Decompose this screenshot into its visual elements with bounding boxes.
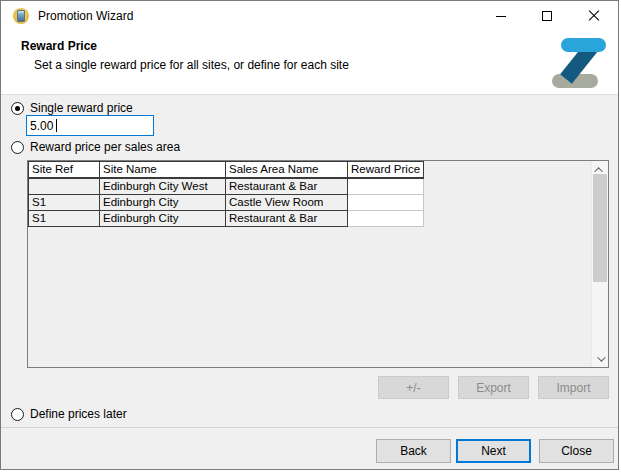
add-remove-row-button[interactable]: +/- [378, 376, 449, 399]
close-button[interactable]: Close [539, 439, 614, 463]
brand-z-logo [551, 37, 607, 89]
title-bar: Promotion Wizard [1, 1, 618, 31]
col-header-site-name: Site Name [100, 162, 226, 179]
radio-per-area-label: Reward price per sales area [30, 140, 180, 154]
col-header-site-ref: Site Ref [29, 162, 100, 179]
page-subtitle: Set a single reward price for all sites,… [34, 58, 349, 72]
single-price-field-wrap [26, 115, 154, 136]
sales-area-grid-panel: Site Ref Site Name Sales Area Name Rewar… [27, 160, 609, 368]
cell-site-name[interactable]: Edinburgh City [100, 195, 226, 211]
minimize-icon [496, 16, 506, 17]
radio-price-per-sales-area[interactable]: Reward price per sales area [11, 140, 180, 154]
promotion-wizard-dialog: Promotion Wizard Reward Price Set a sing… [0, 0, 619, 470]
back-button[interactable]: Back [376, 439, 451, 463]
maximize-icon [542, 11, 552, 21]
scroll-down-button[interactable] [592, 350, 608, 367]
sales-area-table: Site Ref Site Name Sales Area Name Rewar… [28, 161, 424, 227]
close-icon [588, 10, 600, 22]
cell-reward-price[interactable] [348, 211, 424, 227]
export-button[interactable]: Export [458, 376, 529, 399]
window-title: Promotion Wizard [38, 1, 133, 31]
next-button[interactable]: Next [456, 439, 531, 463]
cell-sales-area[interactable]: Restaurant & Bar [226, 211, 348, 227]
import-button[interactable]: Import [538, 376, 609, 399]
table-row: Edinburgh City West Restaurant & Bar [29, 178, 424, 195]
cell-site-ref[interactable] [29, 178, 100, 195]
radio-icon-selected [11, 102, 24, 115]
cell-reward-price[interactable] [348, 178, 424, 195]
radio-icon-unselected [11, 408, 24, 421]
radio-later-label: Define prices later [30, 407, 127, 421]
col-header-reward-price: Reward Price [348, 162, 424, 179]
cell-sales-area[interactable]: Castle View Room [226, 195, 348, 211]
cell-reward-price[interactable] [348, 195, 424, 211]
vertical-scrollbar[interactable] [591, 161, 608, 367]
radio-single-reward-price[interactable]: Single reward price [11, 101, 133, 115]
cell-sales-area[interactable]: Restaurant & Bar [226, 178, 348, 195]
cell-site-ref[interactable]: S1 [29, 211, 100, 227]
single-price-input[interactable] [27, 116, 153, 135]
chevron-down-icon [597, 353, 605, 361]
text-caret [56, 119, 57, 132]
minimize-button[interactable] [478, 1, 524, 31]
page-title: Reward Price [21, 39, 97, 53]
table-row: S1 Edinburgh City Restaurant & Bar [29, 211, 424, 227]
cell-site-name[interactable]: Edinburgh City West [100, 178, 226, 195]
radio-single-label: Single reward price [30, 101, 133, 115]
footer-divider [1, 427, 618, 428]
col-header-sales-area-name: Sales Area Name [226, 162, 348, 179]
table-row: S1 Edinburgh City Castle View Room [29, 195, 424, 211]
maximize-button[interactable] [524, 1, 570, 31]
wizard-header: Reward Price Set a single reward price f… [1, 31, 618, 95]
close-window-button[interactable] [571, 1, 617, 31]
scrollbar-thumb[interactable] [593, 174, 607, 282]
app-icon [13, 8, 29, 24]
cell-site-ref[interactable]: S1 [29, 195, 100, 211]
radio-define-prices-later[interactable]: Define prices later [11, 407, 127, 421]
cell-site-name[interactable]: Edinburgh City [100, 211, 226, 227]
table-header-row: Site Ref Site Name Sales Area Name Rewar… [29, 162, 424, 179]
radio-icon-unselected [11, 141, 24, 154]
